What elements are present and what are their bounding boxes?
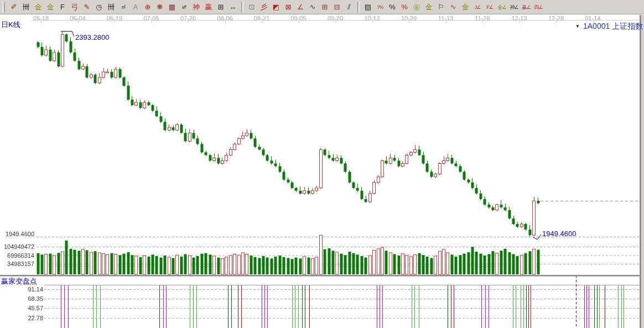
period-label[interactable]: 日K线 xyxy=(1,20,20,30)
symbol-selector[interactable]: 1A0001 上证指数 xyxy=(583,22,643,32)
web-grid-icon[interactable]: ▦ xyxy=(166,2,178,13)
volume-scale-label: 34983157 xyxy=(1,261,34,267)
date-label: 09-20 xyxy=(323,15,347,22)
toolbar-separator xyxy=(357,2,360,13)
volume-scale-label: 104949472 xyxy=(1,243,34,250)
volume-scale-label: 69966314 xyxy=(1,252,34,259)
date-label: 12-13 xyxy=(507,15,532,22)
date-label: 08-21 xyxy=(250,15,274,22)
indicator-scale-label: 45.57 xyxy=(1,305,43,311)
ying-tool-icon[interactable]: 赢 xyxy=(202,2,215,13)
date-label: 07-20 xyxy=(176,15,200,22)
compass-circle-icon[interactable]: ⊕ xyxy=(142,2,154,13)
k-mark-icon[interactable]: И” xyxy=(178,2,190,13)
golden-section-icon[interactable]: 金 xyxy=(32,2,44,13)
price-grid-icon[interactable]: ⊞ xyxy=(319,2,331,13)
date-label: 10-29 xyxy=(397,15,421,22)
date-label: 12-28 xyxy=(544,15,568,22)
high-annotation: 2393.2800 xyxy=(75,33,109,41)
gann-grid-icon[interactable]: 卌 xyxy=(105,2,117,13)
flag-note-icon[interactable]: ⚐ xyxy=(435,2,447,13)
indicator-title[interactable]: 赢家变盘点 xyxy=(1,277,37,287)
window-box-icon[interactable]: ⊡ xyxy=(246,2,258,13)
fan-area-icon[interactable]: ◩ xyxy=(270,2,282,13)
symbol-dropdown-icon[interactable]: ▼ xyxy=(575,24,580,29)
fan-lines-icon[interactable]: 彡 xyxy=(258,2,270,13)
gold-coin-icon[interactable]: ㊎ xyxy=(411,2,423,13)
ying-trend-icon[interactable]: 赢∠ xyxy=(520,2,532,13)
date-label: 09-05 xyxy=(287,15,311,22)
indicator-scale-label: 22.78 xyxy=(1,315,43,321)
si-trend-icon[interactable]: 四∠ xyxy=(532,2,544,13)
gold-lines-icon[interactable]: 金 xyxy=(423,2,435,13)
date-label: 08-06 xyxy=(213,15,237,22)
chart-canvas[interactable] xyxy=(0,0,644,328)
date-label: 06-19 xyxy=(102,15,127,22)
toolbar-separator xyxy=(241,2,243,13)
percent-strike-icon[interactable]: 7% xyxy=(374,2,386,13)
date-label: 11-28 xyxy=(470,15,495,22)
golden-ratio-icon[interactable]: 金 xyxy=(44,2,56,13)
toolbar: ✐卌金金F弓✎◷卌n²A⊕❋▦И”神赢⊞↔⊡彡◩⊠∠∿⊞⊟⫽▤7%%%㊎金⚐∿金… xyxy=(0,0,644,14)
cross-box-icon[interactable]: ⊠ xyxy=(282,2,294,13)
text-annotation-icon[interactable]: A xyxy=(129,2,142,13)
star-burst-icon[interactable]: ❋ xyxy=(154,2,166,13)
date-label: 01-14 xyxy=(581,15,605,22)
wave-tool-icon[interactable]: ∿ xyxy=(447,2,459,13)
draw-brush-icon[interactable]: ✐ xyxy=(8,2,20,13)
indicator-scale-label: 91.14 xyxy=(1,286,43,293)
volume-ladder-icon[interactable]: ▤ xyxy=(362,2,374,13)
percent-icon[interactable]: % xyxy=(386,2,398,13)
date-label: 05-18 xyxy=(29,15,53,22)
gold-trend-icon[interactable]: 金∠ xyxy=(496,2,508,13)
ruler-123-icon[interactable]: ⊞ xyxy=(215,2,227,13)
price-min-label: 1949.4600 xyxy=(1,231,34,237)
date-label: 10-12 xyxy=(360,15,385,22)
shen-trend-icon[interactable]: 神∠ xyxy=(508,2,520,13)
spiral-icon[interactable]: 弓 xyxy=(69,2,81,13)
j-trend-icon[interactable]: J∠ xyxy=(471,2,484,13)
pen-small-icon[interactable]: ✎ xyxy=(81,2,93,13)
low-annotation: 1949.4600 xyxy=(542,230,576,238)
f-trend-icon[interactable]: F∠ xyxy=(484,2,496,13)
indicator-scale-label: 68.35 xyxy=(1,295,43,302)
date-label: 07-05 xyxy=(139,15,164,22)
fibonacci-f-icon[interactable]: F xyxy=(56,2,69,13)
grid-compress-icon[interactable]: 卌 xyxy=(20,2,32,13)
width-measure-icon[interactable]: ↔ xyxy=(227,2,239,13)
gold-char-icon[interactable]: 金 xyxy=(459,2,471,13)
date-label: 06-04 xyxy=(66,15,90,22)
parallel-lines-icon[interactable]: ⫽ xyxy=(343,2,355,13)
percent-lines-icon[interactable]: % xyxy=(398,2,411,13)
grid-arrow-icon[interactable]: ⊟ xyxy=(331,2,343,13)
angle-lines-icon[interactable]: ∠ xyxy=(294,2,307,13)
symbol-name: 上证指数 xyxy=(612,22,643,30)
cycle-clock-icon[interactable]: ◷ xyxy=(93,2,105,13)
shen-tool-icon[interactable]: 神 xyxy=(190,2,202,13)
zigzag-icon[interactable]: ∿ xyxy=(307,2,319,13)
symbol-code: 1A0001 xyxy=(583,22,610,30)
date-label: 11-13 xyxy=(434,15,458,22)
toolbar-grip[interactable] xyxy=(2,2,5,13)
n-square-icon[interactable]: n² xyxy=(117,2,129,13)
